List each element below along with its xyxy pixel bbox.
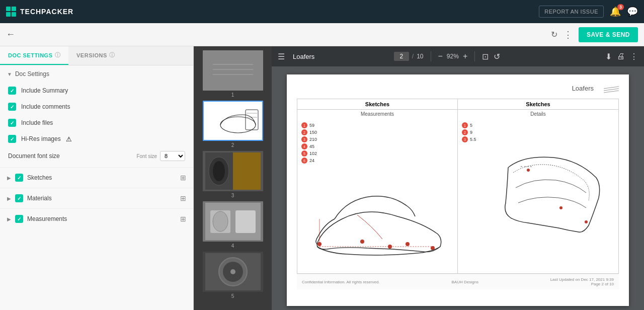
shoe-sketch-left — [301, 169, 453, 269]
sketches-row[interactable]: ▶ Sketches ⊞ — [0, 168, 193, 188]
thumb-img-4 — [203, 201, 263, 242]
pdf-col-headers: Measurements Details — [297, 110, 619, 118]
sketches-checkbox[interactable] — [15, 174, 23, 182]
save-send-button[interactable]: SAVE & SEND — [579, 27, 638, 42]
shoe-svg-left — [307, 169, 448, 269]
pdf-left-col: 1 59 2 150 3 210 — [297, 118, 458, 273]
thumbnail-4[interactable]: 4 — [200, 201, 266, 249]
include-summary-checkbox[interactable] — [8, 87, 16, 95]
svg-point-29 — [406, 242, 410, 246]
more-options-icon[interactable]: ⋮ — [564, 29, 573, 40]
report-issue-button[interactable]: REPORT AN ISSUE — [539, 6, 604, 18]
thumbnail-panel: 1 2 — [194, 46, 272, 310]
measurements-grid-icon: ⊞ — [180, 215, 186, 223]
materials-grid-icon: ⊞ — [180, 194, 186, 202]
materials-checkbox[interactable] — [15, 194, 23, 202]
font-size-select[interactable]: 8 9 10 11 12 — [160, 151, 185, 161]
pdf-right-col: 1 5 2 9 3 5.5 — [458, 118, 618, 273]
meas-num-4: 4 — [301, 143, 307, 149]
tab-versions[interactable]: VERSIONS ⓘ — [68, 46, 123, 65]
meas-item-6: 6 24 — [301, 158, 453, 164]
detail-val-3: 5.5 — [470, 137, 476, 142]
svg-point-31 — [527, 169, 530, 172]
pdf-download-icon[interactable]: ⬇ — [605, 52, 612, 61]
shoe-sketch-right — [462, 147, 614, 248]
pdf-action-icons: ⊡ ↺ — [482, 52, 500, 61]
detail-num-2: 2 — [462, 129, 468, 135]
font-size-right: Font size 8 9 10 11 12 — [136, 151, 185, 161]
thumb-img-4-content — [205, 203, 261, 240]
meas-num-6: 6 — [301, 158, 307, 164]
pdf-zoom-out-button[interactable]: − — [438, 52, 443, 61]
pdf-page-title-right: Loafers — [572, 85, 594, 95]
details-list: 1 5 2 9 3 5.5 — [462, 122, 614, 142]
pdf-print-icon[interactable]: 🖨 — [617, 52, 625, 61]
doc-settings-label: Doc Settings — [15, 70, 49, 78]
pdf-right-icons: ⬇ 🖨 ⋮ — [605, 52, 638, 61]
svg-line-22 — [604, 89, 619, 91]
sketches-chevron: ▶ — [7, 175, 11, 181]
thumbnail-3[interactable]: 3 — [200, 151, 266, 198]
detail-num-3: 3 — [462, 136, 468, 142]
chat-icon[interactable]: 💬 — [627, 6, 638, 17]
pdf-rotate-icon[interactable]: ↺ — [494, 52, 500, 61]
thumbnail-5[interactable]: 5 — [200, 252, 266, 299]
back-button[interactable]: ← — [6, 29, 15, 40]
meas-item-3: 3 210 — [301, 136, 453, 142]
pdf-more-icon[interactable]: ⋮ — [630, 52, 638, 61]
include-comments-label: Include comments — [21, 103, 70, 110]
meas-val-3: 210 — [309, 137, 317, 142]
thumbnail-2[interactable]: 2 — [200, 101, 266, 148]
pdf-zoom-in-button[interactable]: + — [463, 52, 467, 61]
thumb-img-5 — [203, 252, 263, 292]
thumb-img-3-content — [205, 152, 261, 190]
navbar-right: REPORT AN ISSUE 🔔 3 💬 — [539, 6, 638, 18]
include-comments-checkbox[interactable] — [8, 103, 16, 111]
hi-res-checkbox[interactable] — [8, 135, 16, 143]
svg-rect-0 — [208, 54, 258, 87]
materials-row[interactable]: ▶ Materials ⊞ — [0, 188, 193, 208]
pdf-brand-logo — [604, 85, 619, 95]
thumbnail-1[interactable]: 1 — [200, 50, 266, 98]
pdf-page-header: Loafers — [297, 85, 619, 95]
detail-num-1: 1 — [462, 122, 468, 128]
measurements-checkbox[interactable] — [15, 215, 23, 223]
sketches-grid-icon: ⊞ — [180, 174, 186, 182]
materials-chevron: ▶ — [7, 196, 11, 201]
app-name: TECHPACKER — [20, 8, 73, 16]
tab-doc-settings[interactable]: DOC SETTINGS ⓘ — [0, 46, 68, 65]
meas-num-5: 5 — [301, 150, 307, 157]
measurements-row[interactable]: ▶ Measurements ⊞ — [0, 209, 193, 229]
thumb-img-2 — [203, 101, 263, 141]
include-files-checkbox[interactable] — [8, 119, 16, 127]
meas-val-5: 102 — [309, 151, 317, 156]
meas-num-1: 1 — [301, 122, 307, 128]
notifications-button[interactable]: 🔔 3 — [610, 6, 621, 17]
pdf-toolbar: ☰ Loafers / 10 − 92% + ⊡ ↺ ⬇ 🖨 ⋮ — [272, 46, 644, 66]
pdf-sketches-header-2: Sketches — [458, 99, 618, 109]
svg-point-33 — [585, 220, 588, 223]
detail-item-1: 1 5 — [462, 122, 614, 128]
meas-val-1: 59 — [309, 123, 314, 128]
pdf-measurements-col-header: Measurements — [297, 110, 458, 118]
materials-section: ▶ Materials ⊞ — [0, 188, 193, 208]
svg-point-27 — [360, 240, 364, 244]
pdf-menu-icon[interactable]: ☰ — [278, 52, 285, 61]
thumb-sketch-1 — [208, 54, 258, 87]
thumb-num-3: 3 — [231, 193, 234, 198]
meas-item-4: 4 45 — [301, 143, 453, 149]
pdf-page-input[interactable] — [394, 52, 409, 61]
doc-settings-header[interactable]: ▼ Doc Settings — [0, 65, 193, 83]
svg-point-12 — [213, 161, 225, 181]
detail-val-2: 9 — [470, 130, 472, 135]
font-size-label: Document font size — [8, 152, 131, 160]
pdf-nav: / 10 — [394, 52, 424, 61]
meas-val-6: 24 — [309, 158, 314, 163]
hi-res-warning-icon: ⚠ — [66, 135, 72, 143]
notification-badge: 3 — [617, 4, 624, 10]
thumb-num-1: 1 — [231, 92, 234, 98]
pdf-footer-left: Confidential Information. All rights res… — [302, 280, 380, 284]
pdf-fit-page-icon[interactable]: ⊡ — [482, 52, 489, 61]
measurements-section: ▶ Measurements ⊞ — [0, 208, 193, 229]
refresh-icon[interactable]: ↻ — [551, 30, 557, 39]
